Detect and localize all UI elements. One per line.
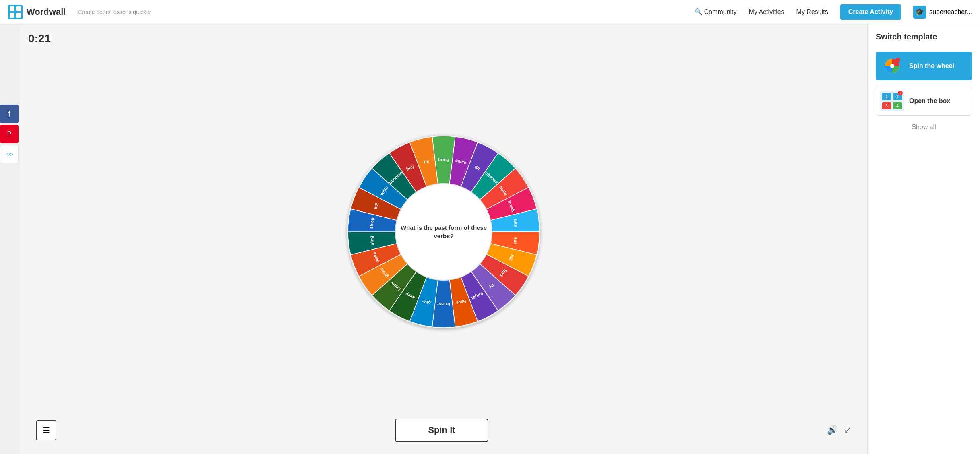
svg-text:eat: eat <box>513 237 519 244</box>
header: Wordwall Create better lessons quicker 🔍… <box>0 0 980 24</box>
show-all-link[interactable]: Show all <box>876 124 972 131</box>
svg-text:bring: bring <box>438 157 449 162</box>
social-sidebar: f P </> <box>0 24 20 454</box>
template-spin-wheel[interactable]: Spin the wheel <box>876 52 972 80</box>
header-nav: 🔍 Community My Activities My Results Cre… <box>695 4 972 20</box>
svg-rect-1 <box>10 6 14 11</box>
facebook-share-button[interactable]: f <box>0 105 19 123</box>
bottom-controls: ☰ Spin It 🔊 ⤢ <box>28 415 859 446</box>
control-icons: 🔊 ⤢ <box>827 425 851 435</box>
fullscreen-icon[interactable]: ⤢ <box>844 425 851 435</box>
user-avatar: 🎓 <box>913 6 926 19</box>
embed-icon: </> <box>6 151 13 157</box>
activity-area: 0:21 ➜ bringcatchdochoosebuil <box>20 24 867 454</box>
hamburger-icon: ☰ <box>43 425 50 435</box>
svg-rect-3 <box>10 13 14 18</box>
svg-text:4: 4 <box>896 104 899 108</box>
svg-text:1: 1 <box>885 95 888 99</box>
svg-text:3: 3 <box>885 104 888 108</box>
svg-text:!: ! <box>900 92 901 95</box>
community-link[interactable]: 🔍 Community <box>695 8 737 16</box>
spin-it-button[interactable]: Spin It <box>395 419 488 442</box>
my-activities-link[interactable]: My Activities <box>749 8 784 16</box>
svg-point-35 <box>890 64 894 68</box>
switch-template-title: Switch template <box>876 32 972 41</box>
logo-text: Wordwall <box>27 7 66 17</box>
create-activity-button[interactable]: Create Activity <box>840 4 901 20</box>
svg-text:2: 2 <box>896 95 899 99</box>
pinterest-icon: P <box>7 130 12 138</box>
wheel-container: ➜ bringcatchdochoosebuildbreakbiteeatfal… <box>28 49 859 415</box>
my-results-link[interactable]: My Results <box>796 8 828 16</box>
volume-icon[interactable]: 🔊 <box>827 425 838 435</box>
svg-text:bite: bite <box>513 219 519 227</box>
timer-display: 0:21 <box>28 32 859 45</box>
pinterest-share-button[interactable]: P <box>0 125 19 143</box>
wordwall-logo-icon <box>8 5 23 19</box>
template-open-box[interactable]: 1 2 3 4 ! Open the box <box>876 87 972 116</box>
username: superteacher... <box>929 8 972 16</box>
spin-wheel[interactable]: bringcatchdochoosebuildbreakbiteeatfallf… <box>343 131 544 332</box>
spin-wheel-label: Spin the wheel <box>909 62 954 70</box>
hamburger-button[interactable]: ☰ <box>36 420 56 440</box>
wheel-svg: bringcatchdochoosebuildbreakbiteeatfallf… <box>343 131 544 332</box>
spin-wheel-thumb <box>880 56 904 76</box>
svg-text:freeze: freeze <box>437 302 450 307</box>
open-box-label: Open the box <box>909 97 950 105</box>
logo-area[interactable]: Wordwall <box>8 5 66 19</box>
right-panel: Switch template Spin the wheel <box>867 24 980 454</box>
svg-rect-4 <box>16 13 21 18</box>
main-layout: f P </> 0:21 ➜ <box>0 24 980 454</box>
embed-button[interactable]: </> <box>0 145 19 163</box>
search-icon: 🔍 <box>695 8 703 16</box>
user-menu[interactable]: 🎓 superteacher... <box>913 6 972 19</box>
svg-rect-2 <box>16 6 21 11</box>
open-box-thumb: 1 2 3 4 ! <box>880 91 904 111</box>
facebook-icon: f <box>8 109 10 119</box>
tagline: Create better lessons quicker <box>78 9 151 15</box>
